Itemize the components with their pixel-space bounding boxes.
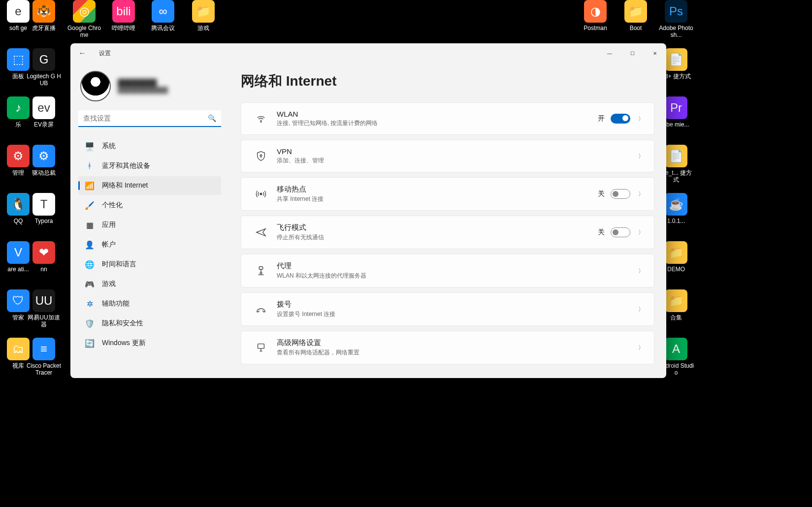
chevron-right-icon: 〉 [638, 228, 644, 237]
app-icon: ⚙ [32, 145, 55, 167]
nav-item-3[interactable]: 🖌️个性化 [78, 196, 221, 215]
page-title: 网络和 Internet [241, 72, 654, 91]
icon-label: 哔哩哔哩 [105, 25, 142, 32]
card-subtitle: WLAN 和以太网连接的代理服务器 [277, 272, 638, 280]
settings-card-wifi[interactable]: WLAN 连接, 管理已知网络, 按流量计费的网络 开 〉 [241, 102, 654, 135]
maximize-button[interactable]: ☐ [621, 45, 644, 61]
icon-label: Postman [577, 25, 614, 32]
nav-item-2[interactable]: 📶网络和 Internet [78, 176, 221, 195]
settings-window: ← 设置 — ☐ ✕ ████████ ████████████ 🔍 🖥️系统ᚼ… [70, 43, 666, 378]
nav-label: 系统 [102, 142, 116, 151]
icon-label: 虎牙直播 [26, 25, 62, 32]
chevron-right-icon: 〉 [638, 115, 644, 123]
svg-rect-5 [258, 344, 264, 349]
dial-icon [251, 304, 271, 315]
desktop-icon[interactable]: bili哔哩哔哩 [105, 0, 142, 32]
nav-item-6[interactable]: 🌐时间和语言 [78, 255, 221, 274]
icon-label: 游戏 [185, 25, 222, 32]
card-title: 代理 [277, 261, 638, 271]
desktop-icon[interactable]: ∞腾讯会议 [145, 0, 181, 32]
minimize-button[interactable]: — [598, 45, 621, 61]
airplane-icon [251, 227, 271, 238]
app-icon: ❤ [32, 241, 55, 264]
nav-list: 🖥️系统ᚼ蓝牙和其他设备📶网络和 Internet🖌️个性化▦应用👤帐户🌐时间和… [78, 137, 221, 370]
icon-label: EV录屏 [26, 121, 62, 128]
nav-item-4[interactable]: ▦应用 [78, 216, 221, 234]
nav-item-10[interactable]: 🔄Windows 更新 [78, 334, 221, 352]
desktop-icon[interactable]: ⚙驱动总裁 [26, 145, 62, 176]
app-icon: 📁 [665, 289, 687, 312]
nav-item-0[interactable]: 🖥️系统 [78, 137, 221, 156]
nav-icon: 📶 [85, 181, 94, 190]
icon-label: 腾讯会议 [145, 25, 181, 32]
card-subtitle: 共享 Internet 连接 [277, 195, 598, 203]
desktop-icon[interactable]: ◑Postman [577, 0, 614, 32]
desktop-icon[interactable]: TTypora [26, 193, 62, 224]
back-button[interactable]: ← [78, 49, 88, 58]
nav-item-7[interactable]: 🎮游戏 [78, 275, 221, 293]
settings-card-airplane[interactable]: 飞行模式 停止所有无线通信 关 〉 [241, 216, 654, 249]
search-input[interactable] [78, 110, 221, 127]
toggle-switch[interactable] [611, 227, 630, 237]
nav-icon: ▦ [85, 221, 94, 229]
card-title: WLAN [277, 110, 598, 118]
nav-item-8[interactable]: ✲辅助功能 [78, 294, 221, 313]
window-controls: — ☐ ✕ [598, 45, 666, 61]
settings-card-hotspot[interactable]: 移动热点 共享 Internet 连接 关 〉 [241, 177, 654, 211]
user-email: ████████████ [118, 87, 168, 94]
svg-rect-3 [259, 267, 262, 270]
app-icon: 📄 [665, 48, 687, 71]
app-icon: ev [32, 96, 55, 119]
search-box: 🔍 [78, 110, 221, 127]
app-icon: ≡ [32, 338, 55, 360]
card-title: 飞行模式 [277, 223, 598, 232]
close-button[interactable]: ✕ [644, 45, 666, 61]
settings-card-vpn[interactable]: VPN 添加、连接、管理 〉 [241, 140, 654, 172]
card-subtitle: 设置拨号 Internet 连接 [277, 310, 638, 318]
nav-icon: 🖌️ [85, 201, 94, 210]
nav-item-9[interactable]: 🛡️隐私和安全性 [78, 314, 221, 333]
svg-point-2 [260, 193, 262, 195]
chevron-right-icon: 〉 [638, 267, 644, 275]
nav-label: 游戏 [102, 280, 116, 288]
desktop-icon[interactable]: UU网易UU加速器 [26, 289, 62, 328]
card-title: VPN [277, 147, 638, 156]
toggle-switch[interactable] [611, 114, 630, 124]
desktop-icon[interactable]: 🐯虎牙直播 [26, 0, 62, 32]
settings-card-proxy[interactable]: 代理 WLAN 和以太网连接的代理服务器 〉 [241, 254, 654, 287]
card-title: 高级网络设置 [277, 338, 638, 348]
nav-icon: 🔄 [85, 339, 94, 348]
nav-item-1[interactable]: ᚼ蓝牙和其他设备 [78, 157, 221, 175]
card-subtitle: 添加、连接、管理 [277, 157, 638, 165]
hotspot-icon [251, 189, 271, 199]
nav-icon: 🛡️ [85, 319, 94, 328]
settings-card-advanced[interactable]: 高级网络设置 查看所有网络适配器，网络重置 〉 [241, 331, 654, 364]
desktop-icon[interactable]: GLogitech G HUB [26, 48, 62, 87]
desktop-icon[interactable]: 📁Boot [617, 0, 654, 32]
desktop-icon[interactable]: ❤nn [26, 241, 62, 273]
nav-label: 应用 [102, 221, 116, 229]
nav-item-5[interactable]: 👤帐户 [78, 235, 221, 254]
desktop-icon[interactable]: PsAdobe Photosh... [658, 0, 694, 39]
svg-point-4 [260, 272, 262, 274]
user-profile[interactable]: ████████ ████████████ [80, 71, 221, 101]
nav-label: 辅助功能 [102, 299, 130, 308]
desktop-icon[interactable]: ◎Google Chrome [66, 0, 102, 39]
nav-label: 网络和 Internet [102, 181, 148, 190]
settings-card-dial[interactable]: 拨号 设置拨号 Internet 连接 〉 [241, 292, 654, 326]
icon-label: Cisco Packet Tracer [26, 362, 62, 377]
icon-label: 网易UU加速器 [26, 314, 62, 328]
avatar [80, 71, 111, 101]
app-icon: 📁 [665, 241, 687, 264]
chevron-right-icon: 〉 [638, 344, 644, 352]
sidebar: ████████ ████████████ 🔍 🖥️系统ᚼ蓝牙和其他设备📶网络和… [70, 63, 229, 378]
desktop-icon[interactable]: evEV录屏 [26, 96, 62, 128]
desktop-icon[interactable]: 📁游戏 [185, 0, 222, 32]
svg-point-0 [260, 122, 261, 123]
card-subtitle: 停止所有无线通信 [277, 233, 598, 242]
desktop-icon[interactable]: ≡Cisco Packet Tracer [26, 338, 62, 377]
nav-icon: 👤 [85, 240, 94, 249]
advanced-icon [251, 342, 271, 353]
toggle-switch[interactable] [611, 189, 630, 199]
wifi-icon [251, 113, 271, 124]
